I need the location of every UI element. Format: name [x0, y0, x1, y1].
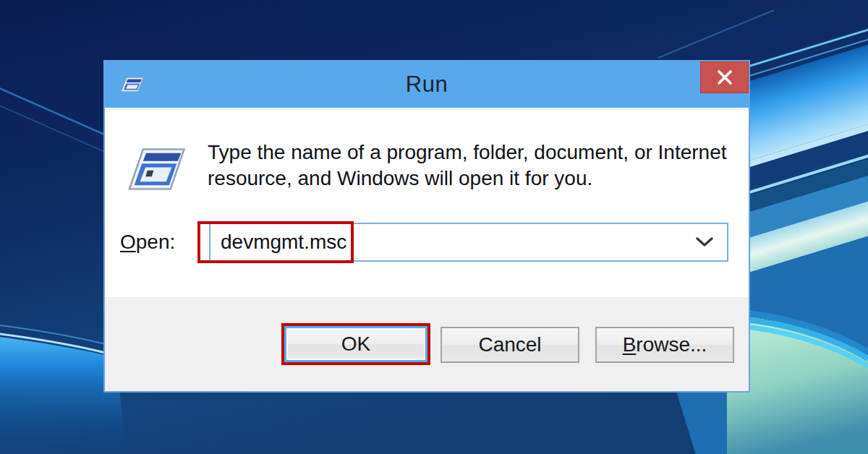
titlebar[interactable]: Run	[105, 61, 749, 108]
close-x-icon	[715, 68, 734, 87]
annotation-box-ok: OK	[281, 323, 430, 365]
cancel-button[interactable]: Cancel	[441, 327, 579, 363]
window-title: Run	[406, 72, 448, 98]
dialog-body: Type the name of a program, folder, docu…	[105, 108, 749, 297]
description-line-2: resource, and Windows will open it for y…	[208, 166, 727, 192]
description-line-1: Type the name of a program, folder, docu…	[208, 140, 727, 166]
open-input[interactable]	[210, 224, 684, 260]
close-button[interactable]	[700, 61, 749, 93]
chevron-down-icon	[696, 237, 713, 247]
open-label-accesskey: O	[120, 231, 136, 254]
combobox-dropdown-button[interactable]	[682, 224, 727, 260]
dialog-footer: OK Cancel Browse...	[105, 297, 749, 391]
run-app-icon-large	[124, 141, 187, 197]
browse-label-rest: rowse...	[636, 333, 707, 356]
browse-button[interactable]: Browse...	[595, 327, 734, 363]
open-label-rest: pen:	[136, 231, 176, 254]
browse-label-accesskey: B	[623, 333, 637, 356]
dialog-description: Type the name of a program, folder, docu…	[208, 140, 727, 192]
open-label: Open:	[120, 223, 175, 262]
open-combobox[interactable]	[209, 223, 728, 262]
ok-button[interactable]: OK	[284, 326, 427, 362]
run-dialog: Run Type the name of a program, folder, …	[103, 60, 750, 393]
run-app-icon[interactable]	[116, 74, 145, 95]
desktop: Run Type the name of a program, folder, …	[0, 0, 868, 454]
